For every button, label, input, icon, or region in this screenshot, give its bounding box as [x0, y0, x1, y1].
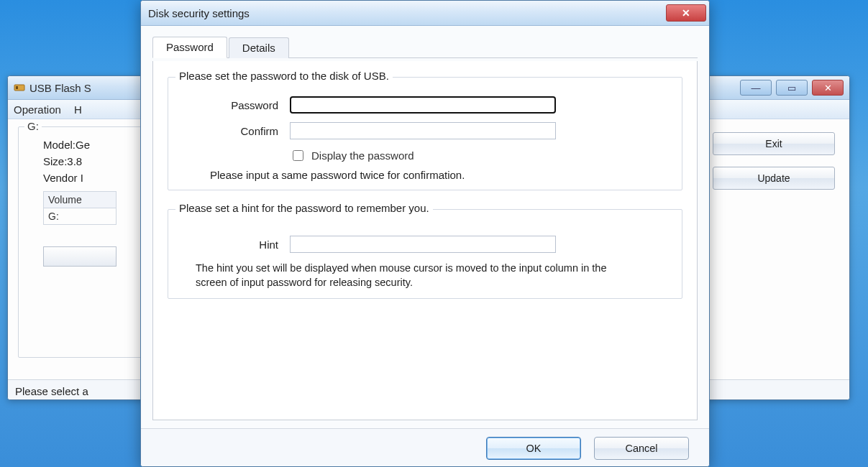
password-label: Password	[181, 99, 290, 111]
ok-button[interactable]: OK	[486, 437, 581, 460]
hint-label: Hint	[181, 239, 290, 251]
hint-input[interactable]	[290, 236, 556, 253]
dialog-titlebar[interactable]: Disk security settings ✕	[141, 1, 709, 26]
maximize-button[interactable]: ▭	[776, 80, 808, 96]
menu-help[interactable]: H	[74, 103, 82, 116]
status-text: Please select a	[15, 385, 88, 397]
dialog-title: Disk security settings	[148, 7, 250, 19]
minimize-icon: —	[751, 83, 761, 93]
display-password-checkbox[interactable]	[293, 150, 303, 161]
password-section-title: Please set the password to the disk of U…	[175, 70, 393, 82]
maximize-icon: ▭	[787, 83, 796, 93]
minimize-button[interactable]: —	[740, 80, 772, 96]
tab-content-password: Please set the password to the disk of U…	[152, 61, 698, 420]
display-password-label: Display the password	[311, 149, 414, 162]
dialog-close-button[interactable]: ✕	[666, 4, 706, 22]
tab-strip: Password Details	[152, 36, 698, 58]
tab-details[interactable]: Details	[229, 37, 289, 58]
close-icon: ✕	[682, 7, 690, 19]
app-icon	[14, 82, 25, 93]
dialog-footer: OK Cancel	[141, 428, 709, 467]
exit-button[interactable]: Exit	[713, 132, 835, 155]
update-button[interactable]: Update	[713, 167, 835, 190]
unknown-button[interactable]	[43, 246, 117, 267]
hint-section: Please set a hint for the password to re…	[168, 209, 682, 299]
volume-table: Volume G:	[43, 191, 117, 225]
dialog-disk-security: Disk security settings ✕ Password Detail…	[140, 0, 710, 467]
menu-operation[interactable]: Operation	[14, 103, 61, 116]
tab-password[interactable]: Password	[152, 37, 227, 58]
app-title: USB Flash S	[29, 82, 91, 94]
volume-table-row[interactable]: G:	[44, 208, 116, 224]
password-input[interactable]	[290, 96, 556, 114]
app-close-button[interactable]: ✕	[812, 80, 844, 96]
confirm-note: Please input a same password twice for c…	[210, 169, 669, 181]
close-icon: ✕	[824, 83, 832, 93]
hint-note: The hint you set will be displayed when …	[196, 262, 627, 290]
svg-rect-1	[16, 86, 18, 89]
confirm-label: Confirm	[181, 125, 290, 137]
volume-table-header: Volume	[44, 192, 116, 208]
cancel-button[interactable]: Cancel	[594, 437, 689, 460]
confirm-input[interactable]	[290, 122, 556, 139]
drive-group-label: G:	[24, 120, 42, 132]
password-section: Please set the password to the disk of U…	[168, 77, 682, 190]
hint-section-title: Please set a hint for the password to re…	[175, 202, 433, 214]
